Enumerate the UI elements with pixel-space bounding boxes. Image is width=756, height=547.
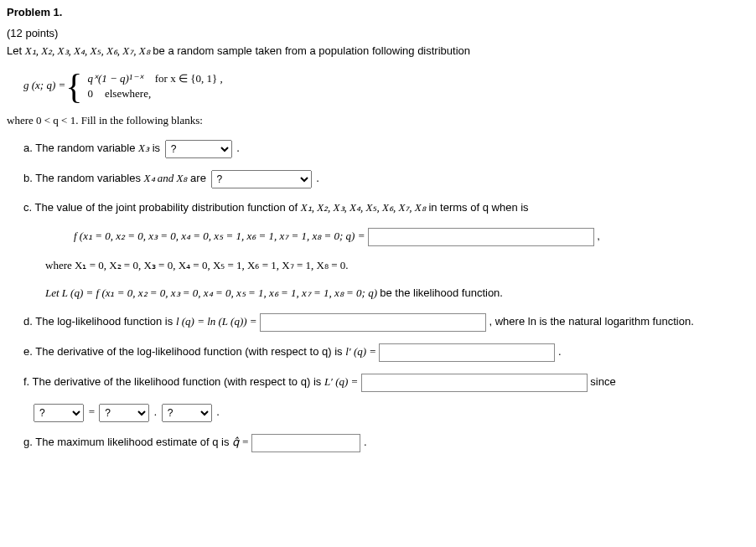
- f-period: .: [216, 405, 220, 418]
- f-select-1[interactable]: ?: [34, 404, 84, 422]
- pmf-case1-cond: for x ∈ {0, 1} ,: [155, 71, 223, 86]
- f-since: since: [590, 375, 615, 388]
- where-q-line: where 0 < q < 1. Fill in the following b…: [7, 113, 749, 129]
- g-suffix: .: [364, 436, 367, 448]
- c-after: in terms of q when is: [428, 201, 528, 214]
- c-f-input[interactable]: [368, 228, 594, 246]
- part-a: a. The random variable X₃ is ? .: [23, 140, 749, 158]
- c-f-line: f (x₁ = 0, x₂ = 0, x₃ = 0, x₄ = 0, x₅ = …: [74, 228, 749, 246]
- intro-prefix: Let: [7, 44, 25, 57]
- part-d: d. The log-likelihood function is l (q) …: [23, 313, 749, 332]
- d-prefix: d. The log-likelihood function is: [23, 315, 176, 328]
- pmf-case2-expr: 0: [87, 86, 93, 101]
- intro-suffix: be a random sample taken from a populati…: [153, 44, 470, 57]
- c-vars: X₁, X₂, X₃, X₄, X₅, X₆, X₇, X₈: [301, 201, 426, 214]
- b-vars: X₄ and X₈: [144, 173, 188, 185]
- part-e: e. The derivative of the log-likelihood …: [23, 343, 749, 362]
- a-var: X₃: [138, 142, 149, 155]
- pmf-case1-expr: qˣ(1 − q)¹⁻ˣ: [87, 71, 142, 86]
- pmf-lhs: g (x; q) =: [23, 78, 65, 94]
- a-period: .: [236, 142, 240, 155]
- c-f-comma: ,: [597, 230, 600, 243]
- c-f-expr: f (x₁ = 0, x₂ = 0, x₃ = 0, x₄ = 0, x₅ = …: [74, 230, 368, 243]
- b-label: b. The random variables: [23, 173, 144, 185]
- f-expr: L′ (q) =: [324, 375, 361, 388]
- f-select-3[interactable]: ?: [162, 404, 212, 422]
- g-prefix: g. The maximum likelihood estimate of q …: [23, 436, 232, 448]
- e-expr: l′ (q) =: [345, 345, 379, 358]
- part-c: c. The value of the joint probability di…: [23, 200, 749, 302]
- e-input[interactable]: [379, 343, 555, 362]
- points-label: (12 points): [7, 26, 749, 42]
- b-select[interactable]: ?: [211, 170, 312, 188]
- g-input[interactable]: [251, 434, 360, 452]
- f-prefix: f. The derivative of the likelihood func…: [23, 375, 324, 388]
- c-where-line: where X₁ = 0, X₂ = 0, X₃ = 0, X₄ = 0, X₅…: [45, 258, 749, 274]
- c-where-text: where X₁ = 0, X₂ = 0, X₃ = 0, X₄ = 0, X₅…: [45, 259, 349, 271]
- c-let-pre: Let L (q) = f (x₁ = 0, x₂ = 0, x₃ = 0, x…: [45, 286, 380, 299]
- c-let-line: Let L (q) = f (x₁ = 0, x₂ = 0, x₃ = 0, x…: [45, 286, 749, 302]
- b-after: are: [190, 173, 206, 185]
- part-b: b. The random variables X₄ and X₈ are ? …: [23, 170, 749, 188]
- c-label: c. The value of the joint probability di…: [23, 201, 301, 214]
- b-period: .: [316, 173, 319, 185]
- f-eq: =: [89, 405, 98, 418]
- d-input[interactable]: [260, 313, 486, 332]
- f-dot: .: [154, 405, 157, 418]
- e-prefix: e. The derivative of the log-likelihood …: [23, 345, 345, 358]
- a-after: is: [153, 142, 160, 155]
- part-g: g. The maximum likelihood estimate of q …: [23, 434, 749, 452]
- e-suffix: .: [558, 345, 562, 358]
- d-suffix: , where ln is the natural logarithm func…: [489, 315, 694, 328]
- g-expr: q̂ =: [232, 436, 251, 448]
- pmf-case2-cond: elsewhere,: [105, 86, 151, 101]
- a-select[interactable]: ?: [165, 140, 232, 158]
- part-f: f. The derivative of the likelihood func…: [23, 374, 749, 422]
- where-q-text: where 0 < q < 1. Fill in the following b…: [7, 114, 203, 126]
- d-expr: l (q) = ln (L (q)) =: [176, 315, 260, 328]
- c-let-post: be the likelihood function.: [380, 286, 503, 299]
- problem-title: Problem 1.: [7, 5, 749, 21]
- f-input[interactable]: [361, 374, 588, 392]
- a-label: a. The random variable: [23, 142, 138, 155]
- intro-line: Let X₁, X₂, X₃, X₄, X₅, X₆, X₇, X₈ be a …: [7, 44, 749, 59]
- brace-icon: {: [65, 71, 82, 101]
- f-select-2[interactable]: ?: [99, 404, 149, 422]
- f-since-equation: ? = ? . ? .: [32, 404, 749, 422]
- sample-vars: X₁, X₂, X₃, X₄, X₅, X₆, X₇, X₈: [25, 44, 150, 57]
- pmf-definition: g (x; q) = { qˣ(1 − q)¹⁻ˣ for x ∈ {0, 1}…: [23, 71, 223, 101]
